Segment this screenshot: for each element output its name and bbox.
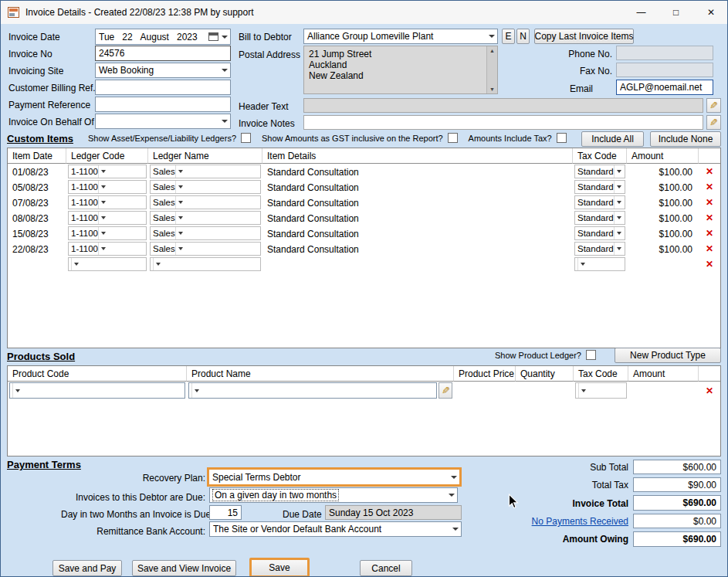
ledger-code-select[interactable]: 1-1100	[68, 180, 147, 194]
ledger-code-select[interactable]	[68, 257, 147, 271]
quantity-cell[interactable]	[516, 382, 574, 399]
amount-cell[interactable]: $100.00	[627, 241, 699, 256]
edit-debtor-button[interactable]: E	[502, 29, 515, 44]
invoices-due-select[interactable]: On a given day in two months	[209, 487, 458, 503]
ledger-name-select[interactable]: Sales	[150, 242, 261, 256]
invoicing-site-select[interactable]: Web Booking	[95, 63, 231, 78]
customer-billing-ref-input[interactable]	[95, 80, 231, 95]
amount-cell[interactable]: $100.00	[627, 164, 699, 179]
item-details-cell[interactable]	[262, 256, 573, 272]
close-button[interactable]: ✕	[693, 1, 728, 24]
item-date-cell[interactable]	[8, 256, 66, 272]
ledger-code-select[interactable]: 1-1100	[68, 226, 147, 240]
tax-code-select[interactable]	[574, 257, 625, 271]
include-none-button[interactable]: Include None	[650, 131, 721, 147]
ledger-name-select[interactable]: Sales	[150, 165, 261, 178]
product-price-cell[interactable]	[454, 382, 516, 399]
email-input[interactable]	[616, 80, 713, 95]
delete-row-button[interactable]: ✕	[699, 241, 720, 256]
item-date-cell: 22/08/23	[8, 241, 66, 256]
invoice-notes-field[interactable]	[303, 115, 703, 130]
delete-row-button[interactable]: ✕	[699, 164, 720, 179]
show-gst-checkbox[interactable]	[448, 133, 458, 143]
invoice-date-picker[interactable]: Tue 22 August 2023	[95, 29, 231, 45]
item-date-cell: 07/08/23	[8, 195, 66, 210]
ledger-name-select[interactable]: Sales	[150, 226, 261, 240]
window-title: Invoice Details - Created 22/08/23 12:38…	[25, 7, 254, 18]
tax-code-select[interactable]: Standard	[574, 195, 625, 209]
amount-cell[interactable]: $100.00	[627, 210, 699, 226]
cancel-button[interactable]: Cancel	[360, 560, 412, 576]
amount-cell[interactable]: $100.00	[627, 195, 699, 210]
delete-row-button[interactable]: ✕	[699, 179, 720, 195]
tax-code-select[interactable]: Standard	[574, 165, 625, 178]
chevron-down-icon	[12, 383, 22, 398]
include-all-button[interactable]: Include All	[581, 131, 644, 147]
tax-code-select[interactable]: Standard	[574, 180, 625, 194]
tax-code-select[interactable]	[575, 382, 627, 399]
chevron-down-icon	[153, 258, 163, 270]
delete-row-button[interactable]: ✕	[699, 226, 720, 241]
save-and-pay-button[interactable]: Save and Pay	[52, 560, 122, 576]
chevron-down-icon	[218, 29, 230, 44]
ledger-code-select[interactable]: 1-1100	[68, 165, 147, 178]
ledger-code-select[interactable]: 1-1100	[68, 195, 147, 209]
tax-code-select[interactable]: Standard	[574, 211, 625, 225]
save-and-view-invoice-button[interactable]: Save and View Invoice	[132, 560, 236, 576]
delete-row-button[interactable]: ✕	[699, 256, 720, 272]
ledger-name-select[interactable]: Sales	[150, 195, 261, 209]
chevron-down-icon	[614, 212, 624, 224]
chevron-down-icon	[175, 212, 185, 224]
ledger-name-select[interactable]: Sales	[150, 180, 261, 194]
ledger-name-select[interactable]	[150, 257, 261, 271]
show-product-ledger-checkbox[interactable]	[586, 350, 596, 360]
edit-product-button[interactable]: ✎	[438, 382, 452, 399]
invoice-no-input[interactable]	[95, 46, 231, 61]
invoicing-site-label: Invoicing Site	[8, 66, 63, 76]
new-debtor-button[interactable]: N	[516, 29, 530, 44]
show-ledgers-checkbox[interactable]	[241, 133, 251, 143]
new-product-type-button[interactable]: New Product Type	[615, 348, 721, 363]
item-details-cell[interactable]: Standard Consultation	[262, 179, 573, 195]
no-payments-received-link[interactable]: No Payments Received	[532, 516, 628, 527]
tax-code-select[interactable]: Standard	[574, 242, 625, 256]
maximize-button[interactable]: □	[659, 1, 693, 24]
item-details-cell[interactable]: Standard Consultation	[262, 195, 573, 210]
bill-to-debtor-select[interactable]: Alliance Group Lomeville Plant	[303, 29, 498, 44]
amount-cell[interactable]: $100.00	[627, 226, 699, 241]
col-item-details: Item Details	[262, 148, 573, 164]
item-details-cell[interactable]: Standard Consultation	[262, 241, 573, 256]
remittance-bank-select[interactable]: The Site or Vendor Default Bank Account	[209, 521, 462, 537]
ledger-code-select[interactable]: 1-1100	[68, 242, 147, 256]
amount-cell[interactable]	[627, 256, 699, 272]
payment-reference-input[interactable]	[95, 97, 231, 112]
edit-header-text-button[interactable]: ✎	[706, 98, 721, 113]
postal-address-label: Postal Address	[239, 49, 300, 60]
delete-row-button[interactable]: ✕	[699, 195, 720, 210]
invoice-on-behalf-select[interactable]	[95, 114, 231, 129]
delete-row-button[interactable]: ✕	[699, 382, 720, 399]
item-details-cell[interactable]: Standard Consultation	[262, 164, 573, 179]
tax-code-value: Standard	[577, 182, 614, 192]
scroll-down-icon[interactable]: ▼	[487, 87, 497, 92]
recovery-plan-select[interactable]: Special Terms Debtor	[207, 467, 462, 487]
tax-code-select[interactable]: Standard	[574, 226, 625, 240]
scroll-up-icon[interactable]: ▲	[487, 48, 497, 53]
ledger-code-select[interactable]: 1-1100	[68, 211, 147, 225]
day-due-input[interactable]	[209, 505, 242, 520]
copy-last-invoice-items-button[interactable]: Copy Last Invoice Items	[534, 29, 634, 44]
edit-invoice-notes-button[interactable]: ✎	[706, 115, 721, 130]
amounts-include-tax-checkbox[interactable]	[557, 133, 567, 143]
item-details-cell[interactable]: Standard Consultation	[262, 210, 573, 226]
product-code-select[interactable]	[9, 382, 185, 399]
minimize-button[interactable]: —	[624, 1, 659, 24]
custom-items-title: Custom Items	[7, 133, 73, 144]
amount-cell[interactable]: $100.00	[627, 179, 699, 195]
postal-scrollbar[interactable]: ▲ ▼	[486, 46, 497, 93]
save-button[interactable]: Save	[249, 558, 310, 577]
ledger-name-select[interactable]: Sales	[150, 211, 261, 225]
amount-cell[interactable]	[628, 382, 699, 399]
item-details-cell[interactable]: Standard Consultation	[262, 226, 573, 241]
delete-row-button[interactable]: ✕	[699, 210, 720, 226]
product-name-select[interactable]	[188, 382, 437, 399]
